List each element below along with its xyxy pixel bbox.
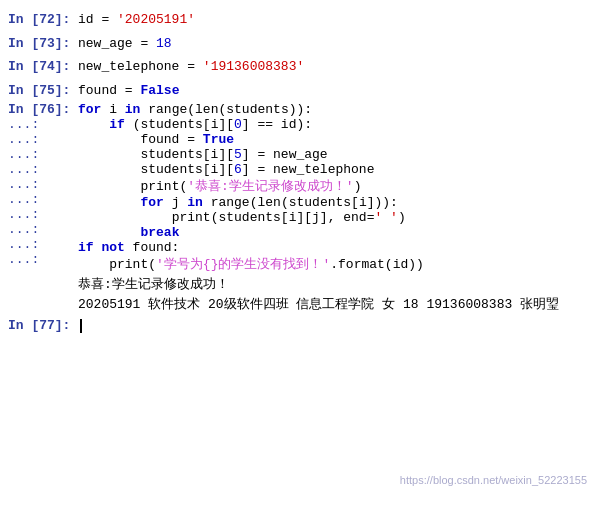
cursor-blink bbox=[80, 319, 82, 333]
line-76-10: if not found: bbox=[78, 240, 424, 255]
cont-10: ...: bbox=[8, 252, 78, 267]
cell-72: In [72]: id = '20205191' bbox=[0, 8, 595, 32]
prompt-76: In [76]: bbox=[8, 102, 78, 117]
code-76-lines: for i in range(len(students)): if (stude… bbox=[78, 102, 424, 273]
code-72: id = '20205191' bbox=[78, 10, 195, 30]
cell-77[interactable]: In [77]: bbox=[0, 316, 595, 335]
jupyter-notebook: In [72]: id = '20205191' In [73]: new_ag… bbox=[0, 0, 595, 514]
code-75: found = False bbox=[78, 81, 179, 101]
cont-3: ...: bbox=[8, 147, 78, 162]
prompt-75: In [75]: bbox=[8, 81, 78, 101]
output-76: 恭喜:学生记录修改成功！ 20205191 软件技术 20级软件四班 信息工程学… bbox=[0, 273, 595, 316]
cell-75: In [75]: found = False bbox=[0, 79, 595, 103]
cell-76: In [76]: ...: ...: ...: ...: ...: ...: .… bbox=[0, 102, 595, 273]
cont-9: ...: bbox=[8, 237, 78, 252]
output-line-1: 恭喜:学生记录修改成功！ bbox=[78, 275, 587, 295]
line-76-2: if (students[i][0] == id): bbox=[78, 117, 424, 132]
line-76-8: print(students[i][j], end=' ') bbox=[78, 210, 424, 225]
line-76-3: found = True bbox=[78, 132, 424, 147]
cont-1: ...: bbox=[8, 117, 78, 132]
cont-7: ...: bbox=[8, 207, 78, 222]
cont-8: ...: bbox=[8, 222, 78, 237]
watermark: https://blog.csdn.net/weixin_52223155 bbox=[400, 474, 587, 486]
cell-74: In [74]: new_telephone = '19136008383' bbox=[0, 55, 595, 79]
line-76-4: students[i][5] = new_age bbox=[78, 147, 424, 162]
prompt-72: In [72]: bbox=[8, 10, 78, 30]
code-74: new_telephone = '19136008383' bbox=[78, 57, 304, 77]
cont-6: ...: bbox=[8, 192, 78, 207]
cont-2: ...: bbox=[8, 132, 78, 147]
output-line-2: 20205191 软件技术 20级软件四班 信息工程学院 女 18 191360… bbox=[78, 295, 587, 315]
prompt-77: In [77]: bbox=[8, 318, 78, 333]
code-73: new_age = 18 bbox=[78, 34, 172, 54]
line-76-11: print('学号为{}的学生没有找到！'.format(id)) bbox=[78, 255, 424, 273]
line-76-9: break bbox=[78, 225, 424, 240]
line-76-6: print('恭喜:学生记录修改成功！') bbox=[78, 177, 424, 195]
prompt-74: In [74]: bbox=[8, 57, 78, 77]
line-76-1: for i in range(len(students)): bbox=[78, 102, 424, 117]
cont-5: ...: bbox=[8, 177, 78, 192]
prompt-73: In [73]: bbox=[8, 34, 78, 54]
line-76-7: for j in range(len(students[i])): bbox=[78, 195, 424, 210]
line-76-5: students[i][6] = new_telephone bbox=[78, 162, 424, 177]
cont-4: ...: bbox=[8, 162, 78, 177]
cell-73: In [73]: new_age = 18 bbox=[0, 32, 595, 56]
